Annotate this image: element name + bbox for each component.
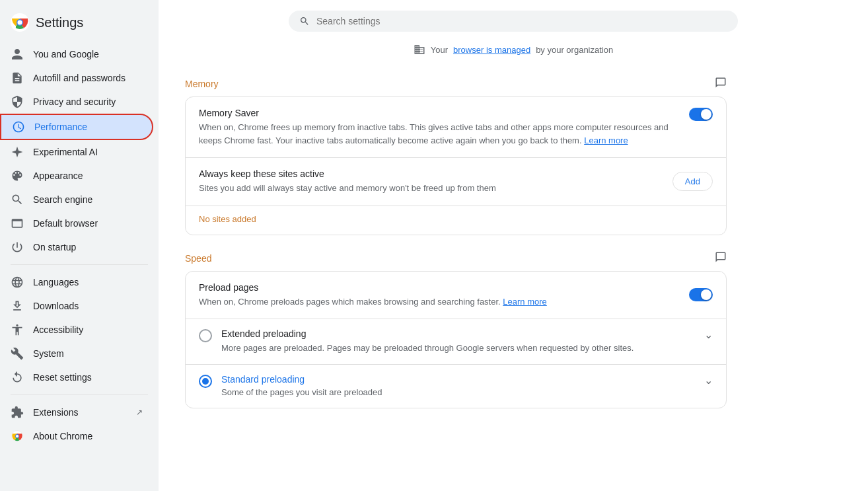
always-active-title: Always keep these sites active	[199, 169, 662, 179]
sidebar-item-downloads[interactable]: Downloads	[0, 294, 153, 318]
sidebar-item-autofill[interactable]: Autofill and passwords	[0, 66, 153, 90]
preload-title: Preload pages	[199, 282, 678, 293]
search-icon	[299, 16, 310, 26]
sidebar-item-label: Autofill and passwords	[33, 73, 143, 83]
search-bar	[289, 11, 738, 32]
autofill-icon	[11, 71, 24, 85]
preload-desc: When on, Chrome preloads pages which mak…	[199, 295, 678, 309]
sidebar-item-extensions[interactable]: Extensions ↗	[0, 400, 153, 424]
svg-point-3	[18, 20, 22, 25]
sidebar-item-system[interactable]: System	[0, 342, 153, 365]
preload-text: Preload pages When on, Chrome preloads p…	[199, 282, 678, 309]
sidebar-item-label: Performance	[34, 122, 141, 132]
preload-learn-more[interactable]: Learn more	[503, 297, 546, 307]
memory-card: Memory Saver When on, Chrome frees up me…	[185, 96, 727, 235]
memory-saver-title: Memory Saver	[199, 108, 678, 118]
palette-icon	[11, 169, 24, 182]
wrench-icon	[11, 347, 24, 360]
chrome-icon	[11, 430, 24, 443]
sidebar-item-label: Search engine	[33, 194, 143, 205]
sidebar-item-on-startup[interactable]: On startup	[0, 235, 153, 259]
no-sites-text: No sites added	[186, 206, 726, 235]
extended-desc: More pages are preloaded. Pages may be p…	[221, 342, 695, 355]
always-active-row: Always keep these sites active Sites you…	[186, 158, 726, 206]
memory-saver-text: Memory Saver When on, Chrome frees up me…	[199, 108, 678, 147]
sparkle-icon	[11, 145, 24, 159]
sidebar-item-privacy[interactable]: Privacy and security	[0, 90, 153, 114]
memory-saver-toggle[interactable]	[689, 108, 713, 121]
add-site-button[interactable]: Add	[672, 172, 713, 191]
sidebar-item-label: On startup	[33, 242, 143, 252]
speed-feedback-icon[interactable]	[715, 251, 727, 266]
sidebar: Settings You and Google Autofill and pas…	[0, 0, 159, 491]
sidebar-item-about-chrome[interactable]: About Chrome	[0, 424, 153, 448]
preload-pages-row: Preload pages When on, Chrome preloads p…	[186, 272, 726, 320]
external-link-icon: ↗	[136, 408, 143, 417]
sidebar-item-label: Appearance	[33, 170, 143, 181]
standard-radio[interactable]	[199, 375, 212, 388]
search-icon	[11, 193, 24, 206]
memory-section-title: Memory	[185, 66, 727, 96]
extended-radio-text: Extended preloading More pages are prelo…	[221, 328, 695, 355]
standard-title: Standard preloading	[221, 374, 695, 385]
sidebar-item-experimental-ai[interactable]: Experimental AI	[0, 140, 153, 164]
power-icon	[11, 241, 24, 254]
sidebar-item-label: Accessibility	[33, 324, 143, 335]
sidebar-item-label: Privacy and security	[33, 96, 143, 107]
sidebar-item-label: Languages	[33, 277, 143, 287]
memory-feedback-icon[interactable]	[715, 77, 727, 91]
sidebar-item-accessibility[interactable]: Accessibility	[0, 318, 153, 342]
sidebar-divider-2	[11, 395, 148, 395]
extended-radio[interactable]	[199, 329, 212, 342]
search-container	[159, 0, 868, 37]
sidebar-item-label: Default browser	[33, 218, 143, 229]
sidebar-item-label: Reset settings	[33, 372, 143, 383]
globe-icon	[11, 276, 24, 289]
sidebar-item-reset-settings[interactable]: Reset settings	[0, 365, 153, 389]
sidebar-item-label: Downloads	[33, 301, 143, 311]
sidebar-header: Settings	[0, 5, 159, 42]
svg-point-7	[16, 435, 18, 437]
shield-icon	[11, 95, 24, 108]
sidebar-item-search-engine[interactable]: Search engine	[0, 188, 153, 211]
sidebar-divider	[11, 264, 148, 265]
sidebar-item-appearance[interactable]: Appearance	[0, 164, 153, 188]
memory-saver-row: Memory Saver When on, Chrome frees up me…	[186, 97, 726, 158]
person-icon	[11, 48, 24, 61]
standard-desc: Some of the pages you visit are preloade…	[221, 386, 695, 399]
sidebar-item-languages[interactable]: Languages	[0, 270, 153, 294]
search-input[interactable]	[316, 16, 727, 26]
extended-preloading-row[interactable]: Extended preloading More pages are prelo…	[186, 319, 726, 365]
managed-text-before: Your	[431, 45, 448, 55]
main-content: Your browser is managed by your organiza…	[159, 0, 868, 491]
managed-text-after: by your organization	[536, 45, 613, 55]
gauge-icon	[12, 120, 25, 133]
sidebar-item-you-and-google[interactable]: You and Google	[0, 42, 153, 66]
memory-saver-desc: When on, Chrome frees up memory from ina…	[199, 121, 678, 147]
managed-link[interactable]: browser is managed	[453, 45, 530, 55]
standard-radio-text: Standard preloading Some of the pages yo…	[221, 374, 695, 399]
sidebar-item-label: About Chrome	[33, 431, 143, 441]
sidebar-item-performance[interactable]: Performance	[0, 114, 153, 140]
extended-chevron-icon: ⌄	[704, 328, 713, 341]
sidebar-item-default-browser[interactable]: Default browser	[0, 211, 153, 235]
extended-title: Extended preloading	[221, 328, 695, 339]
sidebar-item-label: System	[33, 348, 143, 359]
browser-icon	[11, 217, 24, 230]
standard-chevron-icon: ⌄	[704, 374, 713, 387]
sidebar-item-label: Experimental AI	[33, 147, 143, 157]
settings-title: Settings	[36, 15, 83, 30]
speed-card: Preload pages When on, Chrome preloads p…	[185, 271, 727, 409]
managed-icon	[414, 44, 425, 56]
reset-icon	[11, 371, 24, 384]
preload-toggle[interactable]	[689, 288, 713, 301]
standard-preloading-row[interactable]: Standard preloading Some of the pages yo…	[186, 365, 726, 408]
always-active-desc: Sites you add will always stay active an…	[199, 182, 662, 195]
sidebar-item-label: You and Google	[33, 49, 143, 59]
always-active-text: Always keep these sites active Sites you…	[199, 169, 662, 195]
sidebar-item-label: Extensions	[33, 407, 127, 418]
speed-section-title: Speed	[185, 241, 727, 271]
memory-saver-learn-more[interactable]: Learn more	[584, 135, 628, 145]
download-icon	[11, 299, 24, 313]
accessibility-icon	[11, 323, 24, 336]
